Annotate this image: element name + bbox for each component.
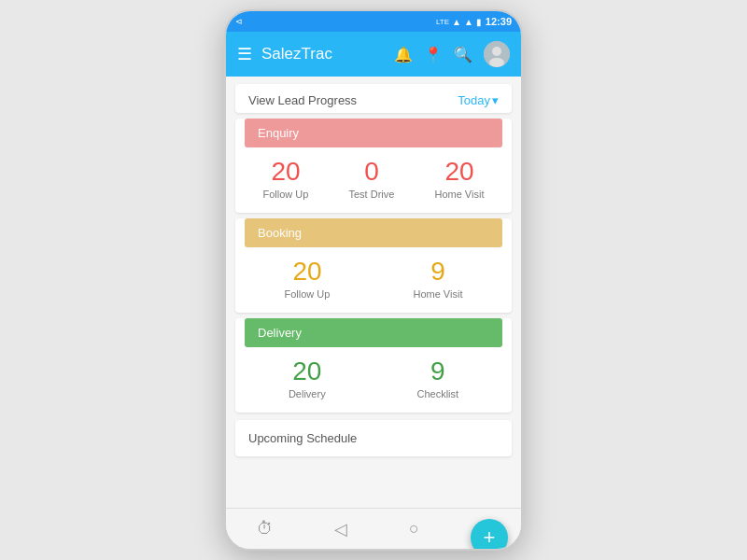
delivery-delivery-stat: 20 Delivery [289,358,326,399]
location-icon[interactable]: 📍 [424,46,443,63]
lead-progress-header: View Lead Progress Today ▾ [235,84,512,113]
hamburger-menu-icon[interactable]: ☰ [237,44,252,64]
delivery-checklist-label: Checklist [416,388,458,399]
enquiry-stats-row: 20 Follow Up 0 Test Drive 20 Home Visit [235,147,512,213]
status-app-icon: ⊲ [235,17,243,26]
search-icon[interactable]: 🔍 [454,46,472,63]
booking-follow-up-stat: 20 Follow Up [285,259,331,300]
battery-icon: ▮ [476,17,482,27]
enquiry-test-drive-label: Test Drive [349,189,395,200]
enquiry-home-visit-stat: 20 Home Visit [434,159,484,200]
app-title: SalezTrac [261,45,385,63]
enquiry-follow-up-label: Follow Up [263,189,309,200]
status-left: ⊲ [235,17,432,26]
enquiry-test-drive-stat: 0 Test Drive [349,159,395,200]
phone-frame: ⊲ LTE ▲ ▲ ▮ 12:39 ☰ SalezTrac 🔔 📍 🔍 [224,9,523,551]
booking-home-visit-label: Home Visit [413,288,462,300]
enquiry-section-card: Enquiry 20 Follow Up 0 Test Drive 20 Hom… [235,119,512,213]
view-lead-label: View Lead Progress [248,93,357,107]
booking-follow-up-label: Follow Up [285,288,331,300]
app-container: ⊲ LTE ▲ ▲ ▮ 12:39 ☰ SalezTrac 🔔 📍 🔍 [224,9,523,551]
bottom-home-icon[interactable]: ○ [409,519,419,539]
svg-point-1 [492,47,501,56]
upcoming-schedule-row: Upcoming Schedule [235,420,512,456]
delivery-checklist-value: 9 [430,358,445,385]
main-content: View Lead Progress Today ▾ Enquiry 20 Fo… [226,77,521,508]
booking-banner: Booking [245,218,502,247]
lead-progress-header-card: View Lead Progress Today ▾ [235,84,512,113]
today-filter-button[interactable]: Today ▾ [458,93,499,107]
enquiry-home-visit-value: 20 [444,159,473,185]
delivery-section-card: Delivery 20 Delivery 9 Checklist [235,318,512,413]
status-bar: ⊲ LTE ▲ ▲ ▮ 12:39 [226,11,521,32]
booking-stats-row: 20 Follow Up 9 Home Visit [235,247,512,313]
enquiry-follow-up-stat: 20 Follow Up [263,159,309,200]
enquiry-follow-up-value: 20 [271,159,300,185]
svg-point-2 [489,58,504,67]
bottom-back-icon[interactable]: ◁ [334,519,347,539]
status-time: 12:39 [486,16,512,27]
booking-home-visit-value: 9 [430,259,445,285]
booking-home-visit-stat: 9 Home Visit [413,259,462,300]
status-icons: LTE ▲ ▲ ▮ [436,17,482,27]
booking-follow-up-value: 20 [292,259,321,285]
enquiry-test-drive-value: 0 [364,159,379,185]
delivery-delivery-label: Delivery [289,388,326,399]
bottom-clock-icon[interactable]: ⏱ [257,519,274,539]
enquiry-home-visit-label: Home Visit [434,189,484,200]
delivery-banner: Delivery [245,318,502,347]
notification-icon[interactable]: 🔔 [394,46,413,63]
delivery-checklist-stat: 9 Checklist [416,358,458,399]
nav-icons-group: 🔔 📍 🔍 [394,41,510,67]
wifi-icon: ▲ [464,17,473,27]
booking-section-card: Booking 20 Follow Up 9 Home Visit [235,218,512,313]
delivery-delivery-value: 20 [292,358,321,385]
avatar[interactable] [484,41,510,67]
upcoming-schedule-label: Upcoming Schedule [248,431,357,445]
enquiry-banner: Enquiry [245,119,502,147]
signal-icon: ▲ [452,17,461,27]
top-navigation: ☰ SalezTrac 🔔 📍 🔍 [226,32,521,77]
network-label: LTE [436,18,449,26]
fab-add-button[interactable]: + [471,519,508,551]
delivery-stats-row: 20 Delivery 9 Checklist [235,347,512,413]
